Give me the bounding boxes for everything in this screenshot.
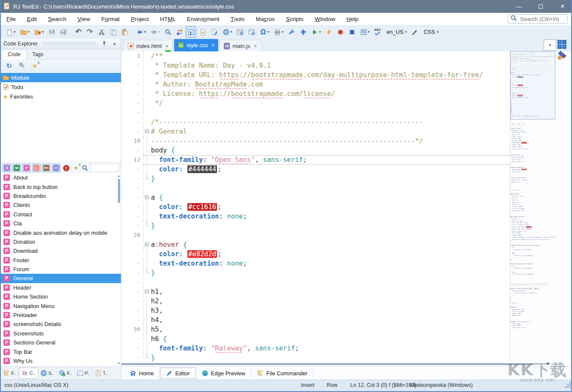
- tree-item-favorites[interactable]: ★ Favorites: [1, 92, 121, 101]
- line-number[interactable]: ·: [121, 334, 144, 344]
- section-item-back-to-top-button[interactable]: P Back to top button: [1, 182, 121, 191]
- paste-button[interactable]: [119, 26, 130, 38]
- minitab-sync[interactable]: S..: [38, 368, 57, 379]
- document-validate-button[interactable]: [209, 26, 220, 38]
- line-number[interactable]: ·: [121, 249, 144, 259]
- editor-tab-index-html[interactable]: index.html ×: [123, 40, 173, 51]
- section-item-screenshots-details[interactable]: P screenshots Details: [1, 320, 121, 329]
- line-number[interactable]: 10: [121, 136, 144, 146]
- line-number[interactable]: -: [121, 278, 144, 287]
- minitab-files[interactable]: F..: [1, 368, 19, 379]
- tree-item-module[interactable]: Module: [1, 73, 121, 82]
- browser-view-button[interactable]: [235, 26, 245, 38]
- line-number[interactable]: 20: [121, 230, 144, 240]
- document-template-button[interactable]: [197, 26, 208, 38]
- tab-list-dropdown-button[interactable]: ▼: [544, 39, 556, 51]
- highlighter-button[interactable]: [409, 26, 420, 38]
- section-item-home-section[interactable]: P Home Section: [1, 292, 121, 301]
- redo-button[interactable]: ↷: [84, 26, 95, 38]
- cut-button[interactable]: [96, 26, 107, 38]
- copy-button[interactable]: [108, 26, 118, 38]
- minitab-todo[interactable]: T..: [93, 368, 111, 379]
- new-file-button[interactable]: ▾: [4, 26, 17, 38]
- section-item-general[interactable]: P General: [1, 274, 121, 283]
- section-item-header[interactable]: P Header: [1, 283, 121, 292]
- section-item-breadcrumbs[interactable]: P Breadcrumbs: [1, 192, 121, 200]
- global-search-box[interactable]: [508, 14, 568, 24]
- panel-tab-tags[interactable]: Tags: [27, 49, 49, 60]
- navigate-forward-button[interactable]: ▾: [148, 26, 162, 38]
- filter-m-button[interactable]: M: [12, 164, 21, 172]
- navigate-back-button[interactable]: ▾: [134, 26, 148, 38]
- menu-tools[interactable]: Tools: [225, 13, 250, 25]
- resize-grip[interactable]: [567, 384, 569, 386]
- line-number[interactable]: ·: [121, 259, 144, 268]
- add-favorite-button[interactable]: ★+: [31, 62, 39, 70]
- toggle-side-panel-button[interactable]: [186, 26, 196, 38]
- save-button[interactable]: [46, 26, 57, 38]
- special-characters-button[interactable]: Ω▾: [258, 26, 271, 38]
- bottom-tab-home[interactable]: Home: [124, 368, 160, 379]
- line-number[interactable]: ·: [121, 212, 144, 221]
- minimize-button[interactable]: —: [509, 0, 528, 13]
- line-number[interactable]: ·: [121, 80, 144, 89]
- addons-button[interactable]: [298, 26, 308, 38]
- line-number[interactable]: ·: [121, 165, 144, 174]
- menu-search[interactable]: Search: [42, 13, 72, 25]
- line-number[interactable]: ·: [121, 344, 144, 353]
- filter-en-button[interactable]: En: [42, 164, 51, 172]
- line-number[interactable]: ·: [121, 117, 144, 127]
- pin-panel-button[interactable]: [100, 40, 108, 48]
- menu-macros[interactable]: Macros: [250, 13, 280, 25]
- print-button[interactable]: ▾: [272, 26, 285, 38]
- section-item-about[interactable]: P About: [1, 173, 121, 182]
- section-item-sections-general[interactable]: P Sections General: [1, 338, 121, 347]
- menu-window[interactable]: Window: [309, 13, 341, 25]
- line-number[interactable]: ·: [121, 240, 144, 249]
- run-button[interactable]: ▾: [309, 26, 322, 38]
- sort-button[interactable]: [174, 26, 185, 38]
- menu-scripts[interactable]: Scripts: [280, 13, 309, 25]
- section-item-contact[interactable]: P Contact: [1, 210, 121, 219]
- menu-environment[interactable]: Environment: [181, 13, 225, 25]
- bottom-tab-editor[interactable]: Editor: [160, 368, 196, 379]
- close-panel-button[interactable]: ×: [111, 40, 118, 48]
- open-favorites-button[interactable]: ▾: [32, 26, 45, 38]
- section-item-screenshots[interactable]: P Screenshots: [1, 329, 121, 338]
- data-grid-button[interactable]: ▾: [358, 26, 371, 38]
- section-item-footer[interactable]: P Footer: [1, 256, 121, 265]
- line-number[interactable]: ·: [121, 306, 144, 315]
- stop-macro-button[interactable]: [346, 26, 357, 38]
- line-number[interactable]: ·: [121, 127, 144, 136]
- show-warnings-button[interactable]: !: [62, 164, 70, 172]
- editor-tab-main-js[interactable]: JS main.js ×: [220, 40, 261, 51]
- minimap[interactable]: /** * Template Name: Day - v4.9.1 * Temp…: [510, 51, 556, 362]
- split-view-buttons[interactable]: +−×=: [557, 40, 566, 49]
- line-number[interactable]: 30: [121, 325, 144, 334]
- line-number[interactable]: ·: [121, 108, 144, 117]
- record-macro-button[interactable]: [335, 26, 346, 38]
- filter-s-button[interactable]: S: [3, 164, 11, 172]
- close-button[interactable]: ×: [553, 0, 572, 13]
- scroll-down-arrow-icon[interactable]: ▼: [117, 362, 120, 365]
- fold-toggle-icon[interactable]: [145, 242, 149, 246]
- section-item-clients[interactable]: P Clients: [1, 200, 121, 209]
- filter-search-input[interactable]: [90, 164, 119, 172]
- menu-file[interactable]: File: [1, 13, 21, 25]
- filter-o-button[interactable]: O: [52, 164, 60, 172]
- section-item-disable-aos-animation-delay-on-mobile[interactable]: P Disable aos animation delay on mobile: [1, 228, 121, 237]
- minitab-code-explorer[interactable]: C..: [19, 368, 38, 379]
- line-number[interactable]: -: [121, 183, 144, 193]
- spell-check-button[interactable]: ABC: [372, 26, 383, 38]
- close-tab-icon[interactable]: ×: [253, 43, 257, 49]
- bottom-tab-edge-preview[interactable]: Edge Preview: [196, 368, 251, 379]
- refresh-button[interactable]: ↻: [5, 62, 13, 70]
- syntax-mode-select[interactable]: CSS▾: [421, 26, 440, 38]
- preview-window-button[interactable]: [246, 26, 257, 38]
- search-input[interactable]: [519, 15, 562, 23]
- save-all-button[interactable]: [58, 26, 69, 38]
- menu-view[interactable]: View: [72, 13, 96, 25]
- search-button[interactable]: [163, 26, 173, 38]
- section-item-forum[interactable]: P Forum: [1, 265, 121, 274]
- line-number[interactable]: ·: [121, 315, 144, 325]
